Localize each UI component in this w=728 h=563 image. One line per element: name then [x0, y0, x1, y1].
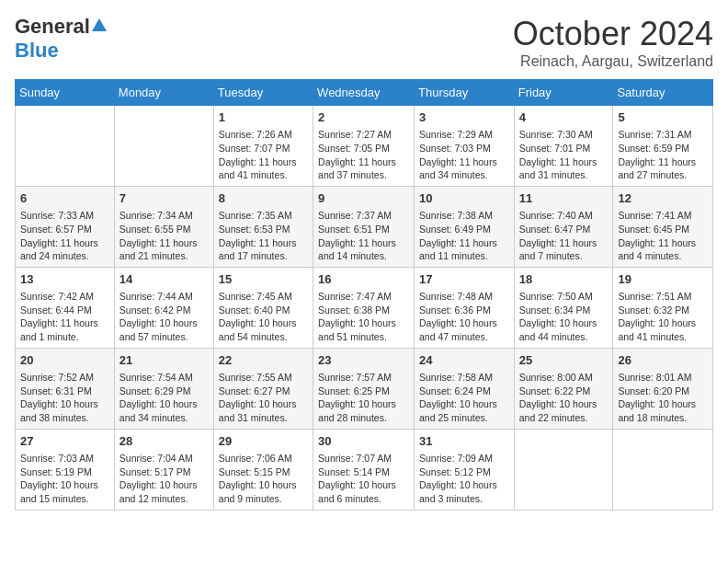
day-number: 9 — [318, 190, 409, 207]
calendar-cell: 19Sunrise: 7:51 AMSunset: 6:32 PMDayligh… — [613, 267, 713, 348]
calendar-cell: 26Sunrise: 8:01 AMSunset: 6:20 PMDayligh… — [613, 348, 713, 429]
day-number: 14 — [119, 271, 209, 288]
location-label: Reinach, Aargau, Switzerland — [513, 53, 713, 70]
sunrise-text: Sunrise: 7:45 AM — [219, 291, 292, 302]
page-header: General Blue October 2024 Reinach, Aarga… — [15, 15, 713, 70]
calendar-cell: 22Sunrise: 7:55 AMSunset: 6:27 PMDayligh… — [213, 348, 313, 429]
sunset-text: Sunset: 6:38 PM — [318, 304, 390, 316]
daylight-text: Daylight: 11 hours and 24 minutes. — [20, 237, 98, 262]
calendar-cell: 6Sunrise: 7:33 AMSunset: 6:57 PMDaylight… — [16, 186, 115, 267]
daylight-text: Daylight: 10 hours and 9 minutes. — [219, 479, 297, 504]
sunrise-text: Sunrise: 7:48 AM — [419, 291, 493, 302]
weekday-header-wednesday: Wednesday — [313, 80, 415, 106]
day-number: 20 — [20, 352, 109, 369]
day-number: 22 — [219, 352, 308, 369]
sunrise-text: Sunrise: 7:29 AM — [419, 129, 493, 140]
daylight-text: Daylight: 10 hours and 31 minutes. — [219, 398, 297, 423]
weekday-header-thursday: Thursday — [415, 80, 515, 106]
day-number: 15 — [219, 271, 308, 288]
daylight-text: Daylight: 10 hours and 44 minutes. — [519, 317, 597, 342]
sunset-text: Sunset: 7:01 PM — [519, 143, 591, 154]
day-number: 12 — [618, 190, 708, 207]
calendar-week-row: 6Sunrise: 7:33 AMSunset: 6:57 PMDaylight… — [16, 186, 713, 267]
day-number: 24 — [419, 352, 509, 369]
sunrise-text: Sunrise: 7:30 AM — [519, 129, 593, 140]
calendar-cell: 13Sunrise: 7:42 AMSunset: 6:44 PMDayligh… — [16, 267, 115, 348]
sunset-text: Sunset: 6:31 PM — [20, 385, 92, 396]
sunset-text: Sunset: 6:44 PM — [20, 304, 92, 316]
sunrise-text: Sunrise: 7:27 AM — [318, 129, 392, 140]
sunrise-text: Sunrise: 7:38 AM — [419, 210, 493, 221]
logo-triangle-icon — [92, 18, 107, 31]
sunrise-text: Sunrise: 8:01 AM — [618, 372, 691, 383]
calendar-week-row: 13Sunrise: 7:42 AMSunset: 6:44 PMDayligh… — [16, 267, 713, 348]
calendar-cell: 2Sunrise: 7:27 AMSunset: 7:05 PMDaylight… — [313, 106, 415, 187]
sunrise-text: Sunrise: 7:35 AM — [219, 210, 292, 221]
sunrise-text: Sunrise: 7:47 AM — [318, 291, 392, 302]
daylight-text: Daylight: 11 hours and 14 minutes. — [318, 237, 396, 262]
calendar-cell: 9Sunrise: 7:37 AMSunset: 6:51 PMDaylight… — [313, 186, 415, 267]
daylight-text: Daylight: 10 hours and 3 minutes. — [419, 479, 497, 504]
sunrise-text: Sunrise: 7:26 AM — [219, 129, 292, 140]
calendar-week-row: 20Sunrise: 7:52 AMSunset: 6:31 PMDayligh… — [16, 348, 713, 429]
calendar-body: 1Sunrise: 7:26 AMSunset: 7:07 PMDaylight… — [16, 106, 713, 511]
calendar-cell: 15Sunrise: 7:45 AMSunset: 6:40 PMDayligh… — [213, 267, 313, 348]
sunset-text: Sunset: 6:51 PM — [318, 224, 390, 235]
daylight-text: Daylight: 10 hours and 18 minutes. — [618, 398, 696, 423]
calendar-cell: 27Sunrise: 7:03 AMSunset: 5:19 PMDayligh… — [16, 429, 115, 510]
calendar-cell: 1Sunrise: 7:26 AMSunset: 7:07 PMDaylight… — [213, 106, 313, 187]
calendar-cell — [613, 429, 713, 510]
daylight-text: Daylight: 10 hours and 28 minutes. — [318, 398, 396, 423]
calendar-cell: 24Sunrise: 7:58 AMSunset: 6:24 PMDayligh… — [415, 348, 515, 429]
day-number: 5 — [618, 109, 708, 126]
sunset-text: Sunset: 6:47 PM — [519, 224, 591, 235]
sunrise-text: Sunrise: 7:07 AM — [318, 453, 392, 464]
sunset-text: Sunset: 6:49 PM — [419, 224, 491, 235]
day-number: 16 — [318, 271, 409, 288]
sunrise-text: Sunrise: 7:55 AM — [219, 372, 292, 383]
sunrise-text: Sunrise: 7:06 AM — [219, 453, 292, 464]
daylight-text: Daylight: 10 hours and 38 minutes. — [20, 398, 98, 423]
daylight-text: Daylight: 11 hours and 34 minutes. — [419, 156, 497, 181]
sunrise-text: Sunrise: 7:41 AM — [618, 210, 691, 221]
sunrise-text: Sunrise: 7:09 AM — [419, 453, 493, 464]
calendar-header-row: SundayMondayTuesdayWednesdayThursdayFrid… — [16, 80, 713, 106]
day-number: 10 — [419, 190, 509, 207]
daylight-text: Daylight: 10 hours and 15 minutes. — [20, 479, 98, 504]
calendar-cell: 18Sunrise: 7:50 AMSunset: 6:34 PMDayligh… — [514, 267, 613, 348]
calendar-cell: 30Sunrise: 7:07 AMSunset: 5:14 PMDayligh… — [313, 429, 415, 510]
daylight-text: Daylight: 10 hours and 54 minutes. — [219, 317, 297, 342]
sunrise-text: Sunrise: 7:51 AM — [618, 291, 691, 302]
daylight-text: Daylight: 10 hours and 57 minutes. — [119, 317, 198, 342]
sunset-text: Sunset: 6:40 PM — [219, 304, 290, 316]
sunset-text: Sunset: 6:22 PM — [519, 385, 591, 396]
day-number: 19 — [618, 271, 708, 288]
sunset-text: Sunset: 7:03 PM — [419, 143, 491, 154]
daylight-text: Daylight: 11 hours and 21 minutes. — [119, 237, 198, 262]
daylight-text: Daylight: 10 hours and 34 minutes. — [119, 398, 198, 423]
sunrise-text: Sunrise: 7:04 AM — [119, 453, 193, 464]
calendar-cell: 17Sunrise: 7:48 AMSunset: 6:36 PMDayligh… — [415, 267, 515, 348]
sunrise-text: Sunrise: 7:37 AM — [318, 210, 392, 221]
sunset-text: Sunset: 6:57 PM — [20, 224, 92, 235]
month-title: October 2024 — [513, 15, 713, 53]
sunrise-text: Sunrise: 7:31 AM — [618, 129, 691, 140]
sunset-text: Sunset: 6:53 PM — [219, 224, 290, 235]
sunrise-text: Sunrise: 7:42 AM — [20, 291, 94, 302]
daylight-text: Daylight: 10 hours and 47 minutes. — [419, 317, 497, 342]
day-number: 7 — [119, 190, 209, 207]
day-number: 2 — [318, 109, 409, 126]
sunset-text: Sunset: 7:07 PM — [219, 143, 290, 154]
sunset-text: Sunset: 6:45 PM — [618, 224, 689, 235]
daylight-text: Daylight: 11 hours and 4 minutes. — [618, 237, 696, 262]
daylight-text: Daylight: 11 hours and 1 minute. — [20, 317, 98, 342]
calendar-cell: 16Sunrise: 7:47 AMSunset: 6:38 PMDayligh… — [313, 267, 415, 348]
calendar-cell: 23Sunrise: 7:57 AMSunset: 6:25 PMDayligh… — [313, 348, 415, 429]
calendar-cell: 3Sunrise: 7:29 AMSunset: 7:03 PMDaylight… — [415, 106, 515, 187]
weekday-header-monday: Monday — [114, 80, 213, 106]
sunset-text: Sunset: 6:29 PM — [119, 385, 191, 396]
day-number: 17 — [419, 271, 509, 288]
day-number: 11 — [519, 190, 609, 207]
sunset-text: Sunset: 5:17 PM — [119, 466, 191, 477]
sunset-text: Sunset: 6:32 PM — [618, 304, 689, 316]
